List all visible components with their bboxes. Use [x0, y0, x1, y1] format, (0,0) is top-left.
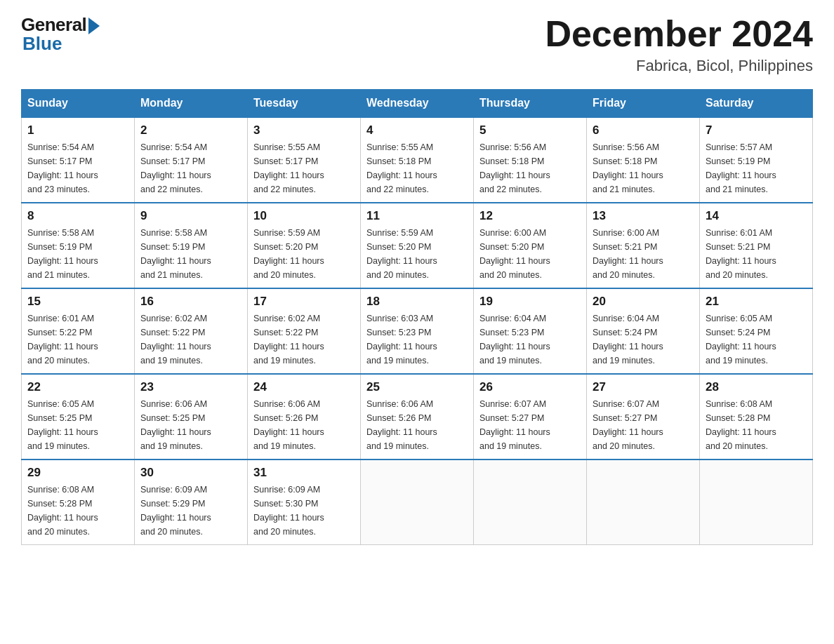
header-tuesday: Tuesday: [248, 90, 361, 118]
day-info: Sunrise: 6:02 AMSunset: 5:22 PMDaylight:…: [140, 311, 241, 368]
day-number: 4: [366, 123, 468, 137]
week-row-5: 29Sunrise: 6:08 AMSunset: 5:28 PMDayligh…: [22, 459, 813, 545]
logo: General Blue: [21, 14, 100, 55]
calendar-cell: 6Sunrise: 5:56 AMSunset: 5:18 PMDaylight…: [587, 117, 700, 203]
day-number: 1: [27, 123, 128, 137]
calendar-cell: 14Sunrise: 6:01 AMSunset: 5:21 PMDayligh…: [700, 203, 813, 288]
day-info: Sunrise: 6:00 AMSunset: 5:21 PMDaylight:…: [593, 226, 694, 282]
day-number: 21: [706, 295, 807, 309]
day-info: Sunrise: 6:09 AMSunset: 5:29 PMDaylight:…: [140, 483, 241, 539]
day-number: 26: [479, 380, 581, 394]
day-number: 16: [140, 295, 241, 309]
day-info: Sunrise: 5:54 AMSunset: 5:17 PMDaylight:…: [27, 140, 128, 196]
day-info: Sunrise: 6:01 AMSunset: 5:21 PMDaylight:…: [706, 226, 807, 282]
day-info: Sunrise: 5:58 AMSunset: 5:19 PMDaylight:…: [27, 226, 128, 282]
day-info: Sunrise: 6:04 AMSunset: 5:23 PMDaylight:…: [479, 311, 581, 368]
day-number: 19: [479, 295, 581, 309]
location-subtitle: Fabrica, Bicol, Philippines: [545, 57, 813, 75]
day-number: 24: [253, 380, 355, 394]
day-number: 29: [27, 466, 128, 480]
calendar-cell: 23Sunrise: 6:06 AMSunset: 5:25 PMDayligh…: [135, 374, 248, 459]
day-number: 27: [593, 380, 694, 394]
week-row-4: 22Sunrise: 6:05 AMSunset: 5:25 PMDayligh…: [22, 374, 813, 459]
day-number: 7: [706, 123, 807, 137]
day-info: Sunrise: 5:58 AMSunset: 5:19 PMDaylight:…: [140, 226, 241, 282]
day-info: Sunrise: 5:59 AMSunset: 5:20 PMDaylight:…: [366, 226, 468, 282]
header-sunday: Sunday: [22, 90, 135, 118]
day-number: 11: [366, 209, 468, 223]
calendar-cell: [361, 459, 474, 545]
logo-blue-text: Blue: [22, 33, 62, 55]
calendar-cell: 30Sunrise: 6:09 AMSunset: 5:29 PMDayligh…: [135, 459, 248, 545]
calendar-cell: 21Sunrise: 6:05 AMSunset: 5:24 PMDayligh…: [700, 288, 813, 374]
day-number: 20: [593, 295, 694, 309]
day-info: Sunrise: 5:56 AMSunset: 5:18 PMDaylight:…: [479, 140, 581, 196]
month-title: December 2024: [545, 14, 813, 54]
day-number: 15: [27, 295, 128, 309]
calendar-cell: 24Sunrise: 6:06 AMSunset: 5:26 PMDayligh…: [248, 374, 361, 459]
calendar-cell: 28Sunrise: 6:08 AMSunset: 5:28 PMDayligh…: [700, 374, 813, 459]
calendar-cell: [587, 459, 700, 545]
calendar-cell: 16Sunrise: 6:02 AMSunset: 5:22 PMDayligh…: [135, 288, 248, 374]
header-thursday: Thursday: [474, 90, 587, 118]
header-wednesday: Wednesday: [361, 90, 474, 118]
day-info: Sunrise: 6:06 AMSunset: 5:26 PMDaylight:…: [366, 397, 468, 453]
calendar-cell: 29Sunrise: 6:08 AMSunset: 5:28 PMDayligh…: [22, 459, 135, 545]
calendar-cell: 9Sunrise: 5:58 AMSunset: 5:19 PMDaylight…: [135, 203, 248, 288]
day-number: 12: [479, 209, 581, 223]
day-info: Sunrise: 6:07 AMSunset: 5:27 PMDaylight:…: [479, 397, 581, 453]
day-info: Sunrise: 5:55 AMSunset: 5:17 PMDaylight:…: [253, 140, 355, 196]
header-friday: Friday: [587, 90, 700, 118]
calendar-cell: 18Sunrise: 6:03 AMSunset: 5:23 PMDayligh…: [361, 288, 474, 374]
calendar-header-row: SundayMondayTuesdayWednesdayThursdayFrid…: [22, 90, 813, 118]
day-number: 30: [140, 466, 241, 480]
calendar-cell: [474, 459, 587, 545]
calendar-cell: 12Sunrise: 6:00 AMSunset: 5:20 PMDayligh…: [474, 203, 587, 288]
day-number: 5: [479, 123, 581, 137]
calendar-cell: 2Sunrise: 5:54 AMSunset: 5:17 PMDaylight…: [135, 117, 248, 203]
day-number: 17: [253, 295, 355, 309]
calendar-cell: 13Sunrise: 6:00 AMSunset: 5:21 PMDayligh…: [587, 203, 700, 288]
calendar-cell: 19Sunrise: 6:04 AMSunset: 5:23 PMDayligh…: [474, 288, 587, 374]
day-info: Sunrise: 5:59 AMSunset: 5:20 PMDaylight:…: [253, 226, 355, 282]
week-row-2: 8Sunrise: 5:58 AMSunset: 5:19 PMDaylight…: [22, 203, 813, 288]
day-info: Sunrise: 6:01 AMSunset: 5:22 PMDaylight:…: [27, 311, 128, 368]
calendar-cell: 20Sunrise: 6:04 AMSunset: 5:24 PMDayligh…: [587, 288, 700, 374]
calendar-cell: 26Sunrise: 6:07 AMSunset: 5:27 PMDayligh…: [474, 374, 587, 459]
day-number: 31: [253, 466, 355, 480]
day-info: Sunrise: 5:55 AMSunset: 5:18 PMDaylight:…: [366, 140, 468, 196]
day-info: Sunrise: 6:08 AMSunset: 5:28 PMDaylight:…: [706, 397, 807, 453]
calendar-cell: [700, 459, 813, 545]
day-info: Sunrise: 5:56 AMSunset: 5:18 PMDaylight:…: [593, 140, 694, 196]
week-row-1: 1Sunrise: 5:54 AMSunset: 5:17 PMDaylight…: [22, 117, 813, 203]
day-info: Sunrise: 6:09 AMSunset: 5:30 PMDaylight:…: [253, 483, 355, 539]
day-info: Sunrise: 6:03 AMSunset: 5:23 PMDaylight:…: [366, 311, 468, 368]
day-info: Sunrise: 6:06 AMSunset: 5:25 PMDaylight:…: [140, 397, 241, 453]
day-info: Sunrise: 6:04 AMSunset: 5:24 PMDaylight:…: [593, 311, 694, 368]
day-number: 10: [253, 209, 355, 223]
logo-arrow-icon: [88, 18, 100, 34]
title-section: December 2024 Fabrica, Bicol, Philippine…: [545, 14, 813, 75]
calendar-table: SundayMondayTuesdayWednesdayThursdayFrid…: [21, 89, 813, 545]
calendar-cell: 3Sunrise: 5:55 AMSunset: 5:17 PMDaylight…: [248, 117, 361, 203]
day-info: Sunrise: 6:00 AMSunset: 5:20 PMDaylight:…: [479, 226, 581, 282]
day-number: 8: [27, 209, 128, 223]
header-monday: Monday: [135, 90, 248, 118]
day-number: 3: [253, 123, 355, 137]
calendar-cell: 31Sunrise: 6:09 AMSunset: 5:30 PMDayligh…: [248, 459, 361, 545]
page-header: General Blue December 2024 Fabrica, Bico…: [21, 14, 813, 75]
calendar-cell: 8Sunrise: 5:58 AMSunset: 5:19 PMDaylight…: [22, 203, 135, 288]
calendar-cell: 25Sunrise: 6:06 AMSunset: 5:26 PMDayligh…: [361, 374, 474, 459]
day-info: Sunrise: 6:05 AMSunset: 5:25 PMDaylight:…: [27, 397, 128, 453]
calendar-cell: 17Sunrise: 6:02 AMSunset: 5:22 PMDayligh…: [248, 288, 361, 374]
day-number: 28: [706, 380, 807, 394]
day-number: 22: [27, 380, 128, 394]
day-number: 13: [593, 209, 694, 223]
calendar-cell: 10Sunrise: 5:59 AMSunset: 5:20 PMDayligh…: [248, 203, 361, 288]
day-info: Sunrise: 5:54 AMSunset: 5:17 PMDaylight:…: [140, 140, 241, 196]
day-info: Sunrise: 6:02 AMSunset: 5:22 PMDaylight:…: [253, 311, 355, 368]
day-number: 2: [140, 123, 241, 137]
header-saturday: Saturday: [700, 90, 813, 118]
calendar-cell: 22Sunrise: 6:05 AMSunset: 5:25 PMDayligh…: [22, 374, 135, 459]
day-number: 14: [706, 209, 807, 223]
